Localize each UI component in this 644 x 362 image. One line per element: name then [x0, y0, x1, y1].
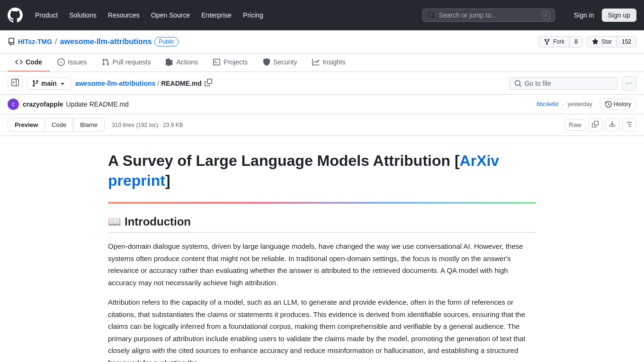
tab-code-label: Code: [26, 58, 42, 66]
tab-insights[interactable]: Insights: [304, 54, 353, 72]
security-icon: [263, 58, 270, 66]
author-avatar: c: [8, 99, 19, 110]
tab-issues[interactable]: Issues: [50, 54, 94, 72]
file-path: awesome-llm-attributions / README.md: [75, 78, 505, 89]
sidebar-icon: [11, 79, 19, 86]
outline-icon: [626, 121, 633, 127]
chevron-down-icon: [59, 80, 66, 87]
search-icon-small: [514, 80, 522, 87]
tab-projects[interactable]: Projects: [206, 54, 255, 72]
intro-paragraph-1: Open-domain dialogue systems, driven by …: [108, 240, 536, 289]
github-logo[interactable]: [8, 8, 23, 23]
section-divider: [108, 202, 536, 204]
history-button[interactable]: History: [600, 99, 636, 110]
notifications-label: Notifications: [499, 38, 529, 45]
branch-icon: [32, 80, 39, 87]
tab-actions[interactable]: Actions: [158, 54, 206, 72]
nav-pricing[interactable]: Pricing: [238, 9, 268, 22]
copy-icon: [205, 79, 212, 86]
sign-up-button[interactable]: Sign up: [602, 9, 636, 22]
intro-emoji: 📖: [108, 216, 121, 228]
fork-button[interactable]: Fork: [538, 36, 570, 47]
tab-pull-requests[interactable]: Pull requests: [94, 54, 158, 72]
commit-sha-link[interactable]: 6bc4e6d: [537, 101, 558, 108]
intro-paragraph-2: Attribution refers to the capacity of a …: [108, 296, 536, 362]
view-tabs-bar: Preview Code Blame 310 lines (192 loc) ·…: [0, 114, 644, 136]
search-icon: [428, 11, 435, 19]
branch-selector[interactable]: main: [27, 77, 72, 90]
copy-path-button[interactable]: [204, 78, 213, 89]
repo-breadcrumb: HITsz-TMG / awesome-llm-attributions Pub…: [8, 37, 179, 46]
readme-content: A Survey of Large Language Models Attrib…: [85, 136, 559, 362]
nav-resources[interactable]: Resources: [103, 9, 144, 22]
nav-enterprise[interactable]: Enterprise: [197, 9, 236, 22]
fork-count[interactable]: 8: [570, 36, 583, 47]
more-options-button[interactable]: ···: [622, 76, 636, 90]
github-logo-icon: [8, 8, 23, 23]
repo-owner-link[interactable]: HITsz-TMG: [18, 38, 52, 45]
outline-button[interactable]: [622, 118, 636, 131]
file-meta-info: 310 lines (192 loc) · 23.9 KB: [104, 122, 565, 128]
nav-solutions[interactable]: Solutions: [64, 9, 101, 22]
goto-file-input[interactable]: [525, 80, 613, 87]
search-box: /: [422, 9, 555, 22]
issue-icon: [57, 58, 65, 66]
nav-open-source[interactable]: Open Source: [146, 9, 195, 22]
nav-auth: Sign in Sign up: [570, 9, 636, 22]
tab-security-label: Security: [273, 58, 297, 66]
view-tab-blame[interactable]: Blame: [73, 118, 105, 132]
repo-visibility-badge: Public: [154, 37, 179, 46]
fork-label: Fork: [553, 38, 564, 45]
view-tab-group: Preview Code Blame: [8, 118, 104, 132]
breadcrumb-separator: /: [55, 37, 57, 46]
commit-bar: c crazyofapple Update README.md 6bc4e6d …: [0, 95, 644, 114]
sidebar-toggle-button[interactable]: [8, 76, 23, 90]
tab-pr-label: Pull requests: [112, 58, 151, 66]
star-group: Star 152: [587, 36, 636, 47]
tab-security[interactable]: Security: [255, 54, 305, 72]
view-actions: Raw: [565, 118, 636, 131]
goto-file-search[interactable]: [509, 77, 618, 90]
top-navigation: Product Solutions Resources Open Source …: [0, 0, 644, 30]
tab-projects-label: Projects: [224, 58, 248, 66]
doc-title: A Survey of Large Language Models Attrib…: [108, 151, 536, 190]
commit-meta: 6bc4e6d · yesterday: [537, 101, 592, 108]
path-separator: /: [157, 80, 159, 87]
search-wrap[interactable]: /: [422, 9, 555, 22]
repo-icon: [8, 38, 15, 45]
file-bar: main awesome-llm-attributions / README.m…: [0, 72, 644, 95]
star-button[interactable]: Star: [587, 36, 617, 47]
raw-label: Raw: [569, 121, 581, 128]
copy-content-button[interactable]: [588, 118, 602, 131]
star-label: Star: [601, 38, 612, 45]
view-tab-code[interactable]: Code: [45, 118, 73, 132]
actions-icon: [166, 58, 173, 66]
nav-product[interactable]: Product: [30, 9, 63, 22]
tab-code[interactable]: Code: [8, 54, 50, 72]
raw-button[interactable]: Raw: [565, 119, 585, 131]
repo-name-link[interactable]: awesome-llm-attributions: [60, 37, 152, 46]
commit-time: yesterday: [568, 101, 592, 108]
main-nav: Product Solutions Resources Open Source …: [30, 9, 268, 22]
sign-in-button[interactable]: Sign in: [570, 9, 598, 22]
tab-insights-label: Insights: [322, 58, 345, 66]
search-input[interactable]: [439, 11, 539, 19]
view-tab-preview[interactable]: Preview: [8, 118, 45, 132]
repo-header: HITsz-TMG / awesome-llm-attributions Pub…: [0, 30, 644, 54]
insights-icon: [312, 58, 320, 66]
download-icon: [609, 121, 616, 127]
tab-actions-label: Actions: [176, 58, 198, 66]
branch-name: main: [41, 80, 57, 87]
history-label: History: [614, 101, 631, 108]
commit-author[interactable]: crazyofapple: [23, 100, 63, 108]
repo-link-path[interactable]: awesome-llm-attributions: [75, 80, 156, 87]
notifications-button[interactable]: Notifications: [485, 36, 535, 47]
bell-icon: [490, 38, 497, 45]
download-button[interactable]: [605, 118, 619, 131]
title-suffix: ]: [165, 172, 170, 189]
pr-icon: [102, 58, 109, 66]
star-count[interactable]: 152: [617, 36, 636, 47]
avatar-letter: c: [12, 101, 15, 108]
slash-shortcut: /: [542, 11, 549, 19]
tab-issues-label: Issues: [68, 58, 87, 66]
